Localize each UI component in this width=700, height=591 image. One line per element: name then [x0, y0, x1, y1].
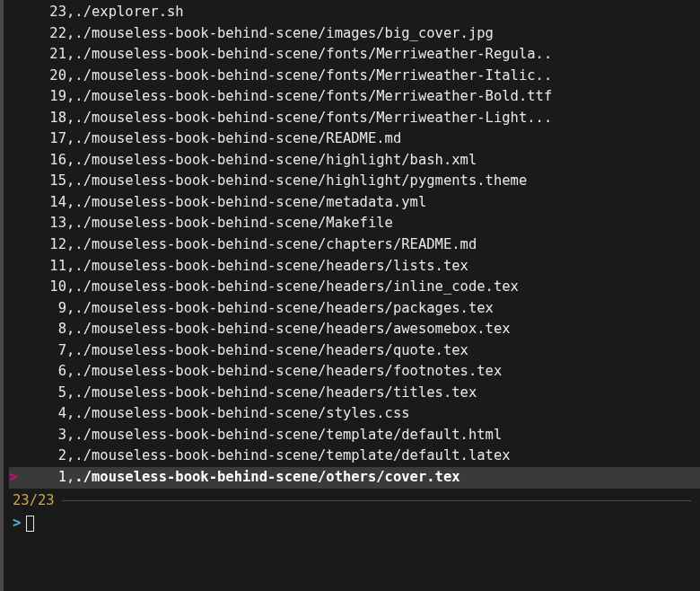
line-number: 9 — [18, 298, 66, 320]
prompt-indicator: > — [13, 513, 21, 534]
file-path: ./mouseless-book-behind-scene/fonts/Merr… — [74, 108, 552, 129]
list-item[interactable]: 3,./mouseless-book-behind-scene/template… — [9, 425, 700, 446]
file-path: ./mouseless-book-behind-scene/highlight/… — [74, 150, 477, 172]
separator: , — [66, 23, 74, 45]
list-item[interactable]: 22,./mouseless-book-behind-scene/images/… — [9, 23, 700, 45]
pointer-icon: > — [9, 467, 18, 489]
pointer-icon — [9, 277, 18, 298]
pointer-icon — [9, 86, 18, 108]
pointer-icon — [9, 44, 18, 66]
line-number: 6 — [18, 361, 66, 383]
list-item[interactable]: 13,./mouseless-book-behind-scene/Makefil… — [9, 213, 700, 234]
file-path: ./mouseless-book-behind-scene/images/big… — [74, 23, 494, 45]
file-path: ./mouseless-book-behind-scene/styles.css — [74, 403, 409, 425]
line-number: 15 — [18, 171, 66, 192]
list-item[interactable]: 5,./mouseless-book-behind-scene/headers/… — [9, 383, 700, 404]
line-number: 3 — [18, 425, 66, 446]
list-item[interactable]: 21,./mouseless-book-behind-scene/fonts/M… — [9, 44, 700, 66]
list-item[interactable]: 17,./mouseless-book-behind-scene/README.… — [9, 128, 700, 150]
cursor — [26, 516, 34, 532]
separator: , — [66, 277, 74, 298]
list-item[interactable]: 12,./mouseless-book-behind-scene/chapter… — [9, 234, 700, 256]
status-divider — [62, 500, 691, 501]
line-number: 21 — [18, 44, 66, 66]
pointer-icon — [9, 319, 18, 340]
separator: , — [66, 44, 74, 66]
separator: , — [66, 2, 74, 23]
line-number: 10 — [18, 277, 66, 298]
pointer-icon — [9, 23, 18, 45]
fzf-results-list[interactable]: 23,./explorer.sh 22,./mouseless-book-beh… — [0, 0, 700, 489]
list-item[interactable]: 23,./explorer.sh — [9, 2, 700, 23]
line-number: 17 — [18, 128, 66, 150]
list-item[interactable]: 15,./mouseless-book-behind-scene/highlig… — [9, 171, 700, 192]
list-item[interactable]: 10,./mouseless-book-behind-scene/headers… — [9, 277, 700, 298]
line-number: 22 — [18, 23, 66, 45]
match-count: 23/23 — [13, 490, 55, 512]
separator: , — [66, 108, 74, 129]
file-path: ./mouseless-book-behind-scene/README.md — [74, 128, 401, 150]
pointer-icon — [9, 2, 18, 23]
separator: , — [66, 425, 74, 446]
pointer-icon — [9, 171, 18, 192]
list-item[interactable]: 8,./mouseless-book-behind-scene/headers/… — [9, 319, 700, 340]
list-item[interactable]: 7,./mouseless-book-behind-scene/headers/… — [9, 340, 700, 362]
list-item[interactable]: 20,./mouseless-book-behind-scene/fonts/M… — [9, 66, 700, 87]
separator: , — [66, 383, 74, 404]
line-number: 14 — [18, 192, 66, 214]
list-item[interactable]: 6,./mouseless-book-behind-scene/headers/… — [9, 361, 700, 383]
list-item[interactable]: 18,./mouseless-book-behind-scene/fonts/M… — [9, 108, 700, 129]
list-item[interactable]: 16,./mouseless-book-behind-scene/highlig… — [9, 150, 700, 172]
line-number: 13 — [18, 213, 66, 234]
pointer-icon — [9, 150, 18, 172]
separator: , — [66, 213, 74, 234]
pointer-icon — [9, 128, 18, 150]
line-number: 8 — [18, 319, 66, 340]
pointer-icon — [9, 66, 18, 87]
separator: , — [66, 86, 74, 108]
search-prompt[interactable]: > — [0, 513, 700, 534]
file-path: ./mouseless-book-behind-scene/others/cov… — [74, 467, 459, 489]
line-number: 7 — [18, 340, 66, 362]
file-path: ./mouseless-book-behind-scene/chapters/R… — [74, 234, 477, 256]
file-path: ./mouseless-book-behind-scene/headers/li… — [74, 256, 468, 278]
file-path: ./mouseless-book-behind-scene/headers/pa… — [74, 298, 494, 320]
file-path: ./mouseless-book-behind-scene/highlight/… — [74, 171, 527, 192]
file-path: ./mouseless-book-behind-scene/Makefile — [74, 213, 393, 234]
list-item[interactable]: 4,./mouseless-book-behind-scene/styles.c… — [9, 403, 700, 425]
line-number: 16 — [18, 150, 66, 172]
file-path: ./mouseless-book-behind-scene/metadata.y… — [74, 192, 426, 214]
file-path: ./mouseless-book-behind-scene/fonts/Merr… — [74, 86, 552, 108]
list-item[interactable]: 2,./mouseless-book-behind-scene/template… — [9, 445, 700, 467]
separator: , — [66, 66, 74, 87]
pointer-icon — [9, 403, 18, 425]
pointer-icon — [9, 213, 18, 234]
separator: , — [66, 171, 74, 192]
line-number: 4 — [18, 403, 66, 425]
list-item[interactable]: 19,./mouseless-book-behind-scene/fonts/M… — [9, 86, 700, 108]
separator: , — [66, 128, 74, 150]
list-item[interactable]: 11,./mouseless-book-behind-scene/headers… — [9, 256, 700, 278]
separator: , — [66, 256, 74, 278]
pointer-icon — [9, 340, 18, 362]
line-number: 23 — [18, 2, 66, 23]
line-number: 11 — [18, 256, 66, 278]
line-number: 18 — [18, 108, 66, 129]
list-item[interactable]: >1,./mouseless-book-behind-scene/others/… — [9, 467, 700, 489]
separator: , — [66, 445, 74, 467]
pointer-icon — [9, 445, 18, 467]
list-item[interactable]: 9,./mouseless-book-behind-scene/headers/… — [9, 298, 700, 320]
file-path: ./explorer.sh — [74, 2, 183, 23]
file-path: ./mouseless-book-behind-scene/headers/qu… — [74, 340, 468, 362]
pointer-icon — [9, 383, 18, 404]
list-item[interactable]: 14,./mouseless-book-behind-scene/metadat… — [9, 192, 700, 214]
pointer-icon — [9, 234, 18, 256]
separator: , — [66, 150, 74, 172]
separator: , — [66, 298, 74, 320]
separator: , — [66, 319, 74, 340]
file-path: ./mouseless-book-behind-scene/headers/ti… — [74, 383, 477, 404]
separator: , — [66, 403, 74, 425]
line-number: 20 — [18, 66, 66, 87]
pointer-icon — [9, 298, 18, 320]
pointer-icon — [9, 425, 18, 446]
